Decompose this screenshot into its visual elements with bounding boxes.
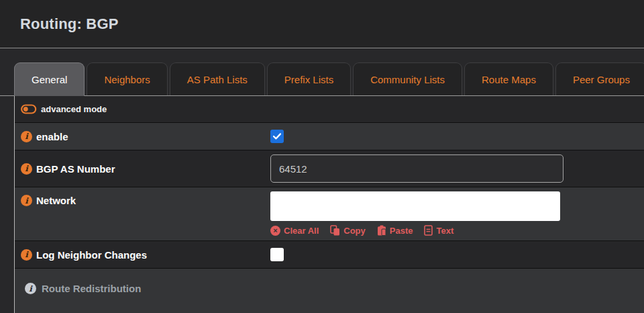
text-label: Text	[436, 226, 453, 236]
tab-peer-groups-label: Peer Groups	[573, 74, 630, 85]
copy-icon	[330, 225, 340, 236]
paste-button[interactable]: Paste	[377, 225, 413, 236]
enable-label: enable	[36, 131, 68, 142]
routing-bgp-page: Routing: BGP General Neighbors AS Path L…	[0, 0, 644, 313]
copy-button[interactable]: Copy	[330, 225, 366, 236]
info-icon[interactable]: i	[25, 283, 36, 294]
tab-route-maps[interactable]: Route Maps	[464, 62, 553, 95]
enable-row: i enable	[15, 122, 644, 150]
log-neighbor-changes-label: Log Neighbor Changes	[36, 249, 147, 261]
tab-bar: General Neighbors AS Path Lists Prefix L…	[0, 62, 644, 96]
tab-community-lists-label: Community Lists	[370, 74, 445, 85]
network-actions: × Clear All Copy	[270, 225, 453, 236]
clear-all-label: Clear All	[284, 226, 319, 236]
tab-neighbors[interactable]: Neighbors	[87, 62, 167, 95]
tab-community-lists[interactable]: Community Lists	[353, 62, 462, 95]
general-tab-panel: advanced mode i enable i BGP AS Number	[14, 96, 644, 313]
clear-all-button[interactable]: × Clear All	[270, 226, 319, 236]
tab-general-label: General	[32, 74, 67, 85]
bgp-as-number-input[interactable]	[270, 154, 564, 183]
network-row: i Network × Clear All Copy	[15, 187, 644, 240]
tab-neighbors-label: Neighbors	[104, 74, 150, 85]
route-redistribution-row: i Route Redistribution	[15, 268, 644, 313]
enable-checkbox[interactable]	[270, 130, 284, 143]
checkmark-icon	[273, 133, 281, 140]
route-redistribution-label: Route Redistribution	[42, 283, 141, 294]
info-icon[interactable]: i	[21, 163, 32, 175]
text-button[interactable]: Text	[424, 225, 453, 236]
info-icon[interactable]: i	[21, 195, 32, 206]
tab-general[interactable]: General	[14, 62, 85, 96]
paste-icon	[377, 225, 386, 236]
clear-all-icon: ×	[270, 226, 280, 236]
advanced-mode-row: advanced mode	[15, 96, 644, 122]
bgp-as-number-label: BGP AS Number	[36, 163, 115, 175]
page-title: Routing: BGP	[20, 15, 119, 33]
network-input[interactable]	[270, 191, 560, 221]
bgp-as-number-row: i BGP AS Number	[15, 150, 644, 187]
tab-route-maps-label: Route Maps	[482, 74, 536, 85]
info-icon[interactable]: i	[21, 131, 32, 142]
copy-label: Copy	[343, 226, 366, 236]
tab-peer-groups[interactable]: Peer Groups	[555, 62, 644, 95]
tab-as-path-lists-label: AS Path Lists	[187, 74, 248, 85]
tab-prefix-lists-label: Prefix Lists	[284, 74, 333, 85]
advanced-mode-toggle[interactable]	[21, 104, 37, 114]
tab-as-path-lists[interactable]: AS Path Lists	[170, 62, 265, 95]
log-neighbor-changes-checkbox[interactable]	[270, 248, 284, 261]
info-icon[interactable]: i	[21, 249, 32, 261]
network-label: Network	[36, 195, 76, 206]
paste-label: Paste	[390, 226, 413, 236]
toggle-off-icon	[21, 104, 37, 114]
tab-prefix-lists[interactable]: Prefix Lists	[267, 62, 351, 95]
log-neighbor-changes-row: i Log Neighbor Changes	[15, 240, 644, 268]
advanced-mode-label: advanced mode	[41, 104, 107, 114]
page-header: Routing: BGP	[0, 0, 644, 48]
file-text-icon	[424, 225, 433, 236]
